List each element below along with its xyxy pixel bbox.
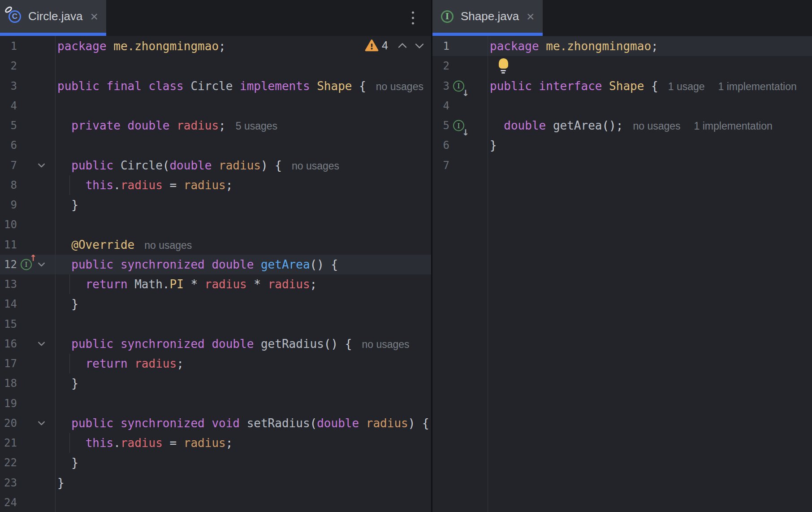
usage-inlay-hint[interactable]: no usages <box>376 81 423 92</box>
line-number[interactable]: 7 <box>432 156 449 175</box>
line-number[interactable]: 17 <box>0 354 17 373</box>
fold-chevron-icon[interactable] <box>37 161 46 170</box>
line-number[interactable]: 2 <box>432 56 449 76</box>
code-line[interactable]: 7 public Circle(double radius) {no usage… <box>0 156 431 175</box>
code-line[interactable]: 3public final class Circle implements Sh… <box>0 76 431 96</box>
line-number[interactable]: 11 <box>0 235 17 255</box>
chevron-up-icon[interactable] <box>397 41 408 51</box>
line-number[interactable]: 6 <box>432 135 449 155</box>
line-number[interactable]: 4 <box>0 96 17 116</box>
code-line[interactable]: 11 @Overrideno usages <box>0 235 431 255</box>
code-line[interactable]: 7 <box>432 156 812 175</box>
fold-chevron-icon[interactable] <box>37 418 46 428</box>
code-line[interactable]: 6} <box>432 135 812 155</box>
close-icon[interactable]: × <box>90 10 98 23</box>
fold-chevron-icon[interactable] <box>37 260 46 269</box>
editor-circle[interactable]: 1package me.zhongmingmao;23public final … <box>0 36 431 512</box>
code-line[interactable]: 24 <box>0 493 431 512</box>
code-token: * <box>184 278 205 291</box>
fold-chevron-icon[interactable] <box>37 339 46 348</box>
code-token <box>184 79 191 93</box>
line-number[interactable]: 24 <box>0 493 17 512</box>
has-implementations-marker-icon[interactable]: I↓ <box>453 80 465 92</box>
usage-inlay-hint[interactable]: 1 implementation <box>718 81 797 92</box>
usage-inlay-hint[interactable]: no usages <box>292 160 339 172</box>
line-number[interactable]: 10 <box>0 215 17 234</box>
code-line[interactable]: 5I↓ double getArea();no usages1 implemen… <box>432 116 812 135</box>
code-line[interactable]: 21 this.radius = radius; <box>0 433 431 453</box>
code-line[interactable]: 3I↓public interface Shape {1 usage1 impl… <box>432 76 812 96</box>
editor-shape[interactable]: 1package me.zhongmingmao;23I↓public inte… <box>432 36 812 512</box>
line-number[interactable]: 19 <box>0 394 17 413</box>
line-number[interactable]: 7 <box>0 156 17 175</box>
line-number[interactable]: 6 <box>0 135 17 155</box>
code-line[interactable]: 5 private double radius;5 usages <box>0 116 431 135</box>
usage-inlay-hint[interactable]: 1 usage <box>668 81 705 92</box>
code-line[interactable]: 20 public synchronized void setRadius(do… <box>0 413 431 433</box>
kebab-menu-icon[interactable] <box>410 10 416 26</box>
code-line[interactable]: 19 <box>0 394 431 413</box>
line-number[interactable]: 5 <box>432 116 449 135</box>
usage-inlay-hint[interactable]: 5 usages <box>236 120 277 132</box>
close-icon[interactable]: × <box>527 10 535 23</box>
warning-count[interactable]: 4 <box>382 39 388 52</box>
code-line[interactable]: 9 } <box>0 195 431 215</box>
code-line[interactable]: 8 this.radius = radius; <box>0 175 431 195</box>
code-line[interactable]: 17 return radius; <box>0 354 431 373</box>
chevron-down-icon[interactable] <box>414 41 425 51</box>
line-number[interactable]: 21 <box>0 433 17 453</box>
code-line[interactable]: 4 <box>432 96 812 116</box>
code-text: return Math.PI * radius * radius; <box>57 278 317 291</box>
code-token <box>57 417 71 430</box>
code-line[interactable]: 15 <box>0 314 431 334</box>
line-number[interactable]: 3 <box>0 76 17 96</box>
line-number[interactable]: 16 <box>0 334 17 354</box>
tab-circle-java[interactable]: C Circle.java × <box>0 0 106 36</box>
line-number[interactable]: 20 <box>0 413 17 433</box>
line-number[interactable]: 13 <box>0 274 17 294</box>
implements-interface-marker-icon[interactable]: I↑ <box>20 258 32 270</box>
line-number[interactable]: 12 <box>0 255 17 274</box>
has-implementations-marker-icon[interactable]: I↓ <box>453 120 465 132</box>
code-line[interactable]: 18 } <box>0 373 431 393</box>
line-number[interactable]: 18 <box>0 373 17 393</box>
code-token: double <box>169 159 212 172</box>
editor-pane-circle: C Circle.java × 1package me.zhongmingmao… <box>0 0 431 512</box>
code-line[interactable]: 22 } <box>0 453 431 473</box>
code-token: radius <box>366 417 408 430</box>
line-number[interactable]: 5 <box>0 116 17 135</box>
line-number[interactable]: 14 <box>0 294 17 314</box>
line-number[interactable]: 15 <box>0 314 17 334</box>
code-line[interactable]: 2 <box>0 56 431 76</box>
line-number[interactable]: 22 <box>0 453 17 473</box>
line-number[interactable]: 23 <box>0 473 17 493</box>
code-token: radius <box>121 178 163 192</box>
code-token <box>57 178 86 192</box>
code-line[interactable]: 23} <box>0 473 431 493</box>
inspections-widget[interactable]: 4 <box>365 39 425 52</box>
usage-inlay-hint[interactable]: no usages <box>144 239 192 251</box>
tab-shape-java[interactable]: I Shape.java × <box>432 0 543 36</box>
line-number[interactable]: 9 <box>0 195 17 215</box>
line-number[interactable]: 4 <box>432 96 449 116</box>
code-line[interactable]: 2 <box>432 56 812 76</box>
code-line[interactable]: 12I↑ public synchronized double getArea(… <box>0 255 431 274</box>
line-number[interactable]: 1 <box>0 36 17 56</box>
code-token: (); <box>602 119 623 132</box>
code-line[interactable]: 4 <box>0 96 431 116</box>
usage-inlay-hint[interactable]: no usages <box>362 338 409 350</box>
code-line[interactable]: 14 } <box>0 294 431 314</box>
line-number[interactable]: 8 <box>0 175 17 195</box>
lightbulb-icon[interactable] <box>498 58 509 74</box>
usage-inlay-hint[interactable]: no usages <box>633 120 680 132</box>
code-line[interactable]: 10 <box>0 215 431 234</box>
code-line[interactable]: 1package me.zhongmingmao; <box>432 36 812 56</box>
line-number[interactable]: 3 <box>432 76 449 96</box>
code-line[interactable]: 13 return Math.PI * radius * radius; <box>0 274 431 294</box>
line-number[interactable]: 1 <box>432 36 449 56</box>
code-token <box>128 357 135 370</box>
code-line[interactable]: 6 <box>0 135 431 155</box>
line-number[interactable]: 2 <box>0 56 17 76</box>
code-line[interactable]: 16 public synchronized double getRadius(… <box>0 334 431 354</box>
usage-inlay-hint[interactable]: 1 implementation <box>694 120 773 132</box>
